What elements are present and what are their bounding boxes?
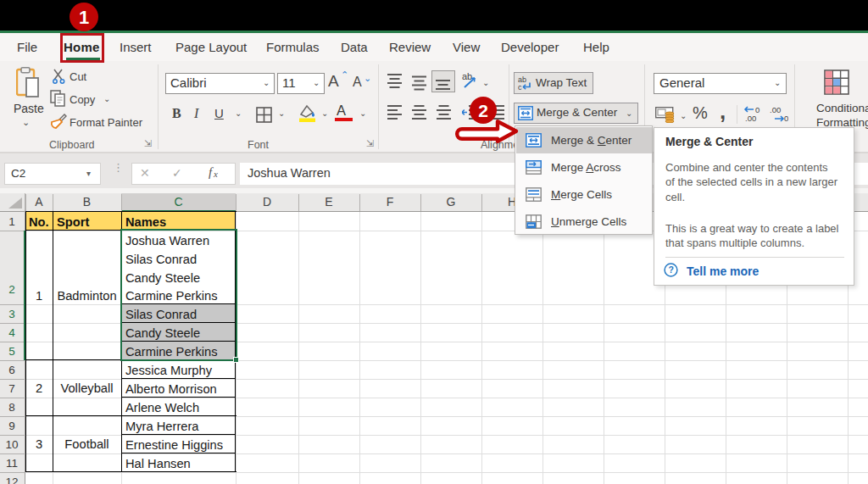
svg-text:?: ? [669, 264, 674, 275]
